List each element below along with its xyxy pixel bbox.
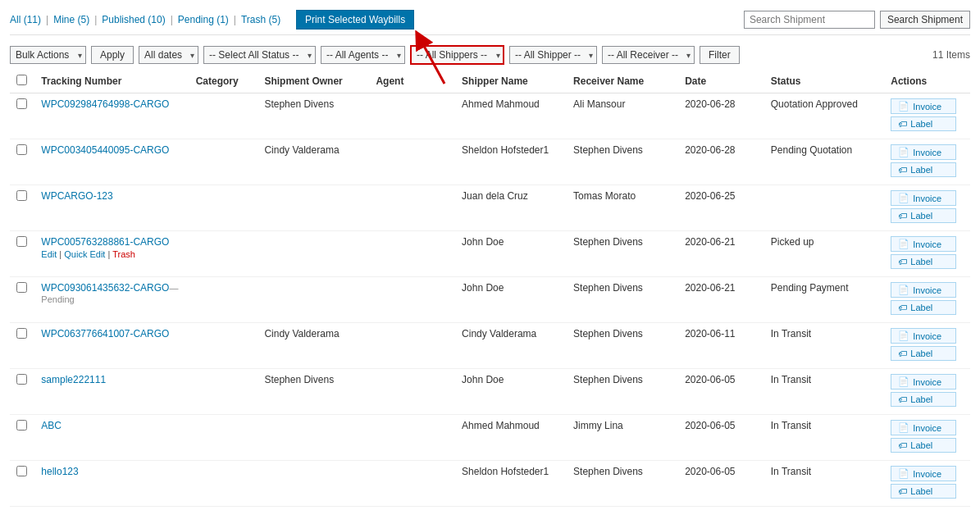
status-cell <box>764 185 885 231</box>
label-button[interactable]: 🏷 Label <box>891 484 956 499</box>
select-all-status-select[interactable]: -- Select All Status -- <box>203 46 316 64</box>
actions-cell: 📄 Invoice 🏷 Label <box>884 323 970 369</box>
label-button[interactable]: 🏷 Label <box>891 438 956 453</box>
bulk-actions-select[interactable]: Bulk Actions <box>10 46 86 64</box>
row-checkbox[interactable] <box>10 93 34 139</box>
filter-button[interactable]: Filter <box>700 46 740 64</box>
shipper-name-cell: John Doe <box>455 231 567 277</box>
category-cell <box>189 277 258 323</box>
actions-cell: 📄 Invoice 🏷 Label <box>884 231 970 277</box>
tracking-link[interactable]: WPC093061435632-CARGO <box>41 282 169 294</box>
tracking-link[interactable]: hello123 <box>41 466 78 477</box>
table-row: hello123Sheldon Hofsteder1Stephen Divens… <box>10 461 970 507</box>
owner-cell <box>258 231 369 277</box>
label-icon: 🏷 <box>898 211 907 221</box>
tracking-link[interactable]: ABC <box>41 420 62 431</box>
col-header-date: Date <box>678 70 764 93</box>
search-shipment-button[interactable]: Search Shipment <box>880 11 970 29</box>
category-cell <box>189 415 258 461</box>
quick-edit-link[interactable]: Quick Edit <box>64 249 105 259</box>
invoice-button[interactable]: 📄 Invoice <box>891 328 956 344</box>
label-button[interactable]: 🏷 Label <box>891 162 956 177</box>
invoice-button[interactable]: 📄 Invoice <box>891 144 956 160</box>
edit-link[interactable]: Edit <box>41 249 57 259</box>
all-shipper-select[interactable]: -- All Shipper -- <box>509 46 597 64</box>
all-receiver-wrapper: -- All Receiver -- <box>602 46 695 64</box>
receiver-name-cell: Stephen Divens <box>567 277 678 323</box>
label-icon: 🏷 <box>898 440 907 450</box>
row-checkbox[interactable] <box>10 139 34 185</box>
date-cell: 2020-06-28 <box>678 139 764 185</box>
shipper-name-cell: Sheldon Hofsteder1 <box>455 139 567 185</box>
apply-button[interactable]: Apply <box>91 46 134 64</box>
row-checkbox[interactable] <box>10 461 34 507</box>
owner-cell <box>258 277 369 323</box>
print-selected-waybills-button[interactable]: Print Selected Waybills <box>296 10 414 30</box>
col-header-receiver: Receiver Name <box>567 70 678 93</box>
filter-all[interactable]: All (11) <box>10 14 41 25</box>
tracking-number-cell: WPC092984764998-CARGO <box>34 93 189 139</box>
label-button[interactable]: 🏷 Label <box>891 208 956 223</box>
category-cell <box>189 323 258 369</box>
date-cell: 2020-06-25 <box>678 185 764 231</box>
table-header-row: Tracking Number Category Shipment Owner … <box>10 70 970 93</box>
bulk-actions-wrapper: Bulk Actions <box>10 46 86 64</box>
tracking-link[interactable]: WPC063776641007-CARGO <box>41 328 169 339</box>
filter-pending[interactable]: Pending (1) <box>178 14 229 25</box>
col-header-status: Status <box>764 70 885 93</box>
filter-published[interactable]: Published (10) <box>102 14 165 25</box>
search-shipment-input[interactable] <box>744 11 875 29</box>
items-count: 11 Items <box>932 49 970 61</box>
invoice-button[interactable]: 📄 Invoice <box>891 420 956 435</box>
row-checkbox[interactable] <box>10 323 34 369</box>
tracking-link[interactable]: sample222111 <box>41 374 106 385</box>
date-cell: 2020-06-21 <box>678 277 764 323</box>
invoice-button[interactable]: 📄 Invoice <box>891 282 956 298</box>
filter-trash[interactable]: Trash (5) <box>241 14 280 25</box>
top-bar: All (11) | Mine (5) | Published (10) | P… <box>10 7 970 35</box>
tracking-number-cell: sample222111 <box>34 369 189 415</box>
col-header-actions: Actions <box>884 70 970 93</box>
row-checkbox[interactable] <box>10 369 34 415</box>
trash-link[interactable]: Trash <box>112 249 135 259</box>
label-button[interactable]: 🏷 Label <box>891 392 956 407</box>
status-cell: In Transit <box>764 415 885 461</box>
table-row: WPC093061435632-CARGO— PendingJohn DoeSt… <box>10 277 970 323</box>
row-checkbox[interactable] <box>10 185 34 231</box>
invoice-button[interactable]: 📄 Invoice <box>891 374 956 390</box>
invoice-icon: 📄 <box>898 101 909 112</box>
table-row: ABCAhmed MahmoudJimmy Lina2020-06-05In T… <box>10 415 970 461</box>
invoice-button[interactable]: 📄 Invoice <box>891 190 956 206</box>
tracking-link[interactable]: WPC092984764998-CARGO <box>41 98 169 110</box>
label-icon: 🏷 <box>898 486 907 496</box>
row-checkbox[interactable] <box>10 415 34 461</box>
label-button[interactable]: 🏷 Label <box>891 300 956 315</box>
actions-cell: 📄 Invoice 🏷 Label <box>884 93 970 139</box>
invoice-icon: 📄 <box>898 376 909 387</box>
shipper-name-cell: Sheldon Hofsteder1 <box>455 461 567 507</box>
invoice-icon: 📄 <box>898 239 909 249</box>
all-receiver-select[interactable]: -- All Receiver -- <box>602 46 695 64</box>
all-shippers-dropdown[interactable]: -- All Shippers -- <box>410 45 504 65</box>
agent-cell <box>369 139 455 185</box>
invoice-button[interactable]: 📄 Invoice <box>891 98 956 114</box>
tracking-link[interactable]: WPC005763288861-CARGO <box>41 236 169 248</box>
tracking-link[interactable]: WPC003405440095-CARGO <box>41 144 169 156</box>
all-dates-wrapper: All dates <box>139 46 198 64</box>
row-checkbox[interactable] <box>10 231 34 277</box>
top-bar-right: Search Shipment <box>744 11 970 29</box>
label-button[interactable]: 🏷 Label <box>891 116 956 131</box>
all-dates-select[interactable]: All dates <box>139 46 198 64</box>
invoice-icon: 📄 <box>898 468 909 479</box>
filter-mine[interactable]: Mine (5) <box>53 14 89 25</box>
invoice-button[interactable]: 📄 Invoice <box>891 236 956 252</box>
select-all-checkbox-header[interactable] <box>10 70 34 93</box>
label-button[interactable]: 🏷 Label <box>891 346 956 361</box>
row-checkbox[interactable] <box>10 277 34 323</box>
invoice-button[interactable]: 📄 Invoice <box>891 466 956 481</box>
tracking-link[interactable]: WPCARGO-123 <box>41 190 112 202</box>
all-agents-select[interactable]: -- All Agents -- <box>321 46 405 64</box>
status-cell: Pending Payment <box>764 277 885 323</box>
label-button[interactable]: 🏷 Label <box>891 254 956 269</box>
actions-cell: 📄 Invoice 🏷 Label <box>884 415 970 461</box>
